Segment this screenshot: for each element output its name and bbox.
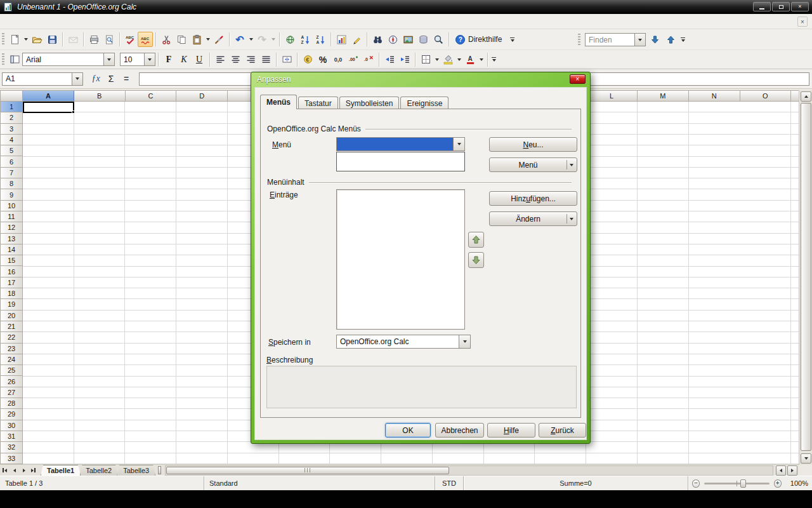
row-header[interactable]: 5 — [0, 145, 23, 156]
row-header[interactable]: 8 — [0, 178, 23, 189]
navigator-button[interactable] — [385, 32, 400, 47]
column-header[interactable]: D — [176, 91, 228, 101]
increase-indent-button[interactable] — [397, 52, 412, 67]
save-in-dropdown[interactable] — [459, 335, 470, 348]
align-left-button[interactable] — [213, 52, 228, 67]
column-header[interactable]: M — [638, 91, 689, 101]
row-header[interactable]: 19 — [0, 299, 23, 310]
draw-functions-button[interactable] — [349, 32, 364, 47]
sort-descending-button[interactable]: ZA — [313, 32, 328, 47]
close-button[interactable]: × — [791, 2, 809, 11]
vertical-scrollbar[interactable] — [799, 90, 812, 465]
hyperlink-button[interactable] — [282, 32, 298, 47]
currency-format-button[interactable]: € — [300, 52, 315, 67]
cut-button[interactable] — [159, 32, 174, 47]
row-header[interactable]: 12 — [0, 222, 23, 233]
selection-mode-status[interactable]: STD — [435, 476, 464, 490]
modify-button[interactable]: Ändern — [489, 211, 577, 226]
sort-ascending-button[interactable]: AZ — [298, 32, 313, 47]
select-all-corner[interactable] — [0, 90, 23, 102]
new-document-dropdown[interactable] — [22, 32, 29, 47]
first-sheet-button[interactable] — [0, 465, 10, 476]
row-header[interactable]: 32 — [0, 442, 23, 453]
row-header[interactable]: 7 — [0, 168, 23, 178]
reset-button[interactable]: Zurück — [539, 423, 586, 438]
dialog-tab[interactable]: Ereignisse — [400, 97, 449, 109]
active-cell-selection[interactable] — [23, 102, 74, 113]
horizontal-scrollbar[interactable] — [165, 465, 773, 476]
row-header[interactable]: 15 — [0, 255, 23, 266]
sum-status[interactable]: Summe=0 — [464, 476, 688, 490]
page-preview-button[interactable] — [102, 32, 117, 47]
font-name-dropdown[interactable] — [103, 53, 114, 65]
zoom-button[interactable] — [431, 32, 446, 47]
toolbar-grip[interactable] — [578, 34, 580, 46]
row-header[interactable]: 29 — [0, 409, 23, 420]
italic-button[interactable]: K — [176, 52, 192, 67]
scroll-up-button[interactable] — [801, 91, 811, 102]
titlebar[interactable]: Unbenannt 1 - OpenOffice.org Calc × — [0, 0, 812, 14]
find-dropdown[interactable] — [634, 34, 645, 46]
toolbar-options-button[interactable] — [509, 32, 516, 47]
paste-dropdown[interactable] — [204, 32, 211, 47]
row-header[interactable]: 17 — [0, 277, 23, 288]
justify-button[interactable] — [258, 52, 273, 67]
row-header[interactable]: 11 — [0, 211, 23, 222]
row-header[interactable]: 3 — [0, 124, 23, 135]
print-button[interactable] — [86, 32, 102, 47]
find-replace-button[interactable] — [370, 32, 385, 47]
column-header[interactable]: L — [586, 91, 638, 101]
fill-handle[interactable] — [72, 110, 75, 114]
row-header[interactable]: 10 — [0, 201, 23, 211]
paste-button[interactable] — [189, 32, 204, 47]
row-header[interactable]: 31 — [0, 431, 23, 442]
previous-sheet-button[interactable] — [10, 465, 19, 476]
underline-button[interactable]: U — [192, 52, 207, 67]
borders-button[interactable] — [418, 52, 433, 67]
find-toolbar-options-button[interactable] — [679, 32, 686, 48]
insert-chart-button[interactable] — [334, 32, 349, 47]
borders-dropdown[interactable] — [433, 52, 440, 67]
copy-button[interactable] — [174, 32, 189, 47]
row-header[interactable]: 25 — [0, 365, 23, 376]
row-header[interactable]: 24 — [0, 354, 23, 365]
zoom-out-button[interactable]: − — [692, 479, 700, 488]
decrease-indent-button[interactable] — [382, 52, 397, 67]
row-header[interactable]: 22 — [0, 332, 23, 343]
add-decimal-button[interactable]: .00 — [346, 52, 361, 67]
font-size-combo[interactable]: 10 — [120, 53, 155, 66]
column-header[interactable]: N — [689, 91, 740, 101]
dialog-close-button[interactable]: × — [570, 74, 586, 84]
sheet-tab[interactable]: Tabelle1 — [41, 465, 81, 476]
cell-reference-box[interactable]: A1 — [2, 72, 83, 86]
close-document-button[interactable]: × — [797, 17, 808, 27]
document-as-email-button[interactable] — [65, 32, 81, 47]
new-document-button[interactable] — [7, 32, 22, 47]
find-input[interactable]: Finden — [585, 33, 646, 46]
bold-button[interactable]: F — [161, 52, 176, 67]
zoom-slider-track[interactable] — [704, 483, 769, 485]
function-wizard-button[interactable]: ƒx — [88, 71, 103, 86]
row-header[interactable]: 18 — [0, 288, 23, 299]
scroll-left-button[interactable] — [776, 465, 786, 476]
sheet-tab[interactable]: Tabelle2 — [79, 465, 118, 476]
delete-decimal-button[interactable]: .0 — [361, 52, 376, 67]
save-button[interactable] — [44, 32, 60, 47]
restore-button[interactable] — [772, 2, 790, 11]
page-style-status[interactable]: Standard — [204, 476, 435, 490]
entries-listbox[interactable] — [336, 189, 465, 330]
row-header[interactable]: 33 — [0, 453, 23, 464]
gallery-button[interactable] — [400, 32, 416, 47]
redo-button[interactable]: ↷ — [254, 32, 270, 47]
cell-reference-dropdown[interactable] — [72, 73, 82, 85]
merge-cells-button[interactable] — [279, 52, 294, 67]
open-button[interactable] — [29, 32, 44, 47]
styles-formatting-button[interactable] — [7, 52, 22, 67]
row-header[interactable]: 26 — [0, 376, 23, 387]
font-name-combo[interactable]: Arial — [22, 53, 115, 66]
new-menu-button[interactable]: Neu... — [489, 137, 577, 152]
vertical-scroll-thumb[interactable] — [801, 103, 811, 451]
row-header[interactable]: 20 — [0, 311, 23, 321]
move-down-button[interactable] — [468, 252, 484, 268]
horizontal-scroll-thumb[interactable] — [166, 467, 449, 474]
